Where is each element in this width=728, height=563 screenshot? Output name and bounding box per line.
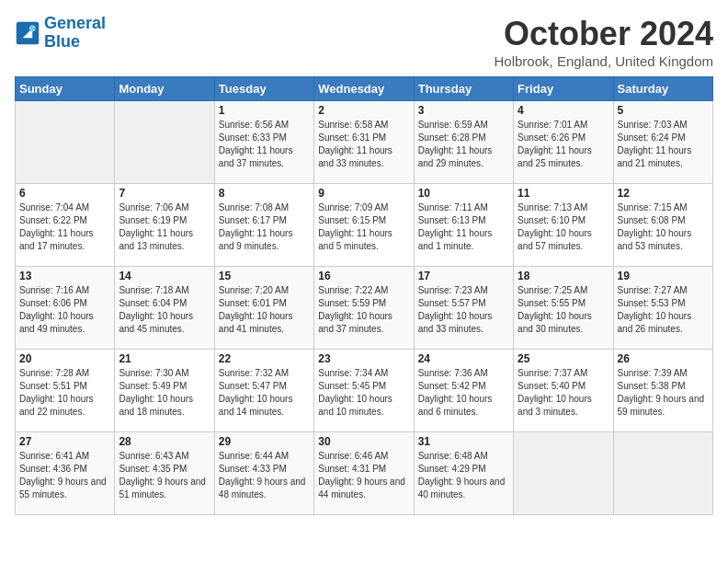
calendar-cell: 11Sunrise: 7:13 AM Sunset: 6:10 PM Dayli… <box>514 184 613 267</box>
calendar-cell: 19Sunrise: 7:27 AM Sunset: 5:53 PM Dayli… <box>613 267 712 350</box>
calendar-cell: 2Sunrise: 6:58 AM Sunset: 6:31 PM Daylig… <box>314 101 414 184</box>
calendar-cell: 30Sunrise: 6:46 AM Sunset: 4:31 PM Dayli… <box>314 432 414 515</box>
day-number: 6 <box>19 187 110 200</box>
calendar-cell: 1Sunrise: 6:56 AM Sunset: 6:33 PM Daylig… <box>214 101 313 184</box>
logo-line2: Blue <box>44 32 80 51</box>
day-info: Sunrise: 7:32 AM Sunset: 5:47 PM Dayligh… <box>219 367 310 419</box>
day-info: Sunrise: 7:09 AM Sunset: 6:15 PM Dayligh… <box>318 201 409 253</box>
day-number: 4 <box>518 104 609 117</box>
calendar-cell: 16Sunrise: 7:22 AM Sunset: 5:59 PM Dayli… <box>314 267 414 350</box>
day-number: 31 <box>418 435 509 448</box>
calendar-cell: 12Sunrise: 7:15 AM Sunset: 6:08 PM Dayli… <box>613 184 712 267</box>
day-number: 15 <box>219 270 310 282</box>
calendar-cell: 24Sunrise: 7:36 AM Sunset: 5:42 PM Dayli… <box>414 350 513 432</box>
day-info: Sunrise: 7:16 AM Sunset: 6:06 PM Dayligh… <box>19 284 110 336</box>
location-subtitle: Holbrook, England, United Kingdom <box>495 53 713 69</box>
day-info: Sunrise: 7:36 AM Sunset: 5:42 PM Dayligh… <box>418 367 509 419</box>
calendar-header: SundayMondayTuesdayWednesdayThursdayFrid… <box>16 77 713 101</box>
day-number: 14 <box>119 270 210 282</box>
day-number: 9 <box>318 187 409 200</box>
day-number: 24 <box>418 352 509 365</box>
day-number: 19 <box>618 270 709 282</box>
calendar-cell: 13Sunrise: 7:16 AM Sunset: 6:06 PM Dayli… <box>16 267 115 350</box>
weekday-header: Friday <box>514 77 613 101</box>
calendar-week-row: 13Sunrise: 7:16 AM Sunset: 6:06 PM Dayli… <box>16 267 713 350</box>
logo-line1: General <box>44 14 106 32</box>
weekday-header: Sunday <box>16 77 115 101</box>
calendar-cell: 10Sunrise: 7:11 AM Sunset: 6:13 PM Dayli… <box>414 184 513 267</box>
calendar-cell: 22Sunrise: 7:32 AM Sunset: 5:47 PM Dayli… <box>214 350 313 432</box>
weekday-header: Tuesday <box>214 77 313 101</box>
calendar-cell: 15Sunrise: 7:20 AM Sunset: 6:01 PM Dayli… <box>214 267 313 350</box>
day-info: Sunrise: 7:23 AM Sunset: 5:57 PM Dayligh… <box>418 284 509 336</box>
weekday-header: Monday <box>115 77 214 101</box>
day-number: 8 <box>219 187 310 200</box>
day-info: Sunrise: 7:08 AM Sunset: 6:17 PM Dayligh… <box>219 201 310 253</box>
day-number: 5 <box>618 104 709 117</box>
day-number: 28 <box>119 435 210 448</box>
weekday-header: Saturday <box>613 77 712 101</box>
day-info: Sunrise: 7:04 AM Sunset: 6:22 PM Dayligh… <box>19 201 110 253</box>
day-number: 2 <box>318 104 409 117</box>
day-info: Sunrise: 7:06 AM Sunset: 6:19 PM Dayligh… <box>119 201 210 253</box>
day-number: 27 <box>19 435 110 448</box>
weekday-header: Wednesday <box>314 77 414 101</box>
day-info: Sunrise: 7:03 AM Sunset: 6:24 PM Dayligh… <box>618 119 709 170</box>
day-info: Sunrise: 6:46 AM Sunset: 4:31 PM Dayligh… <box>318 450 409 501</box>
day-info: Sunrise: 7:18 AM Sunset: 6:04 PM Dayligh… <box>119 284 210 336</box>
calendar-cell: 18Sunrise: 7:25 AM Sunset: 5:55 PM Dayli… <box>514 267 613 350</box>
calendar-week-row: 1Sunrise: 6:56 AM Sunset: 6:33 PM Daylig… <box>16 101 713 184</box>
day-info: Sunrise: 6:43 AM Sunset: 4:35 PM Dayligh… <box>119 450 210 501</box>
day-number: 11 <box>518 187 609 200</box>
day-number: 18 <box>518 270 609 282</box>
day-number: 3 <box>418 104 509 117</box>
calendar-cell: 6Sunrise: 7:04 AM Sunset: 6:22 PM Daylig… <box>16 184 115 267</box>
calendar-cell: 25Sunrise: 7:37 AM Sunset: 5:40 PM Dayli… <box>514 350 613 432</box>
calendar-cell: 14Sunrise: 7:18 AM Sunset: 6:04 PM Dayli… <box>115 267 214 350</box>
day-number: 17 <box>418 270 509 282</box>
day-number: 7 <box>119 187 210 200</box>
calendar-cell <box>16 101 115 184</box>
calendar-week-row: 6Sunrise: 7:04 AM Sunset: 6:22 PM Daylig… <box>16 184 713 267</box>
title-block: October 2024 Holbrook, England, United K… <box>495 15 713 69</box>
calendar-cell <box>514 432 613 515</box>
calendar-cell: 23Sunrise: 7:34 AM Sunset: 5:45 PM Dayli… <box>314 350 414 432</box>
day-info: Sunrise: 7:13 AM Sunset: 6:10 PM Dayligh… <box>518 201 609 253</box>
calendar-cell <box>115 101 214 184</box>
calendar-cell: 21Sunrise: 7:30 AM Sunset: 5:49 PM Dayli… <box>115 350 214 432</box>
weekday-header: Thursday <box>414 77 513 101</box>
day-info: Sunrise: 7:39 AM Sunset: 5:38 PM Dayligh… <box>618 367 709 419</box>
day-info: Sunrise: 7:27 AM Sunset: 5:53 PM Dayligh… <box>618 284 709 336</box>
day-number: 22 <box>219 352 310 365</box>
calendar-cell: 8Sunrise: 7:08 AM Sunset: 6:17 PM Daylig… <box>214 184 313 267</box>
day-number: 23 <box>318 352 409 365</box>
day-info: Sunrise: 6:59 AM Sunset: 6:28 PM Dayligh… <box>418 119 509 170</box>
day-info: Sunrise: 7:28 AM Sunset: 5:51 PM Dayligh… <box>19 367 110 419</box>
calendar-cell: 28Sunrise: 6:43 AM Sunset: 4:35 PM Dayli… <box>115 432 214 515</box>
calendar-cell: 20Sunrise: 7:28 AM Sunset: 5:51 PM Dayli… <box>16 350 115 432</box>
calendar-cell: 31Sunrise: 6:48 AM Sunset: 4:29 PM Dayli… <box>414 432 513 515</box>
month-title: October 2024 <box>495 15 713 53</box>
day-info: Sunrise: 6:41 AM Sunset: 4:36 PM Dayligh… <box>19 450 110 501</box>
calendar-cell: 29Sunrise: 6:44 AM Sunset: 4:33 PM Dayli… <box>214 432 313 515</box>
day-number: 1 <box>219 104 310 117</box>
day-info: Sunrise: 7:34 AM Sunset: 5:45 PM Dayligh… <box>318 367 409 419</box>
day-number: 13 <box>19 270 110 282</box>
day-info: Sunrise: 6:58 AM Sunset: 6:31 PM Dayligh… <box>318 119 409 170</box>
day-number: 20 <box>19 352 110 365</box>
calendar-body: 1Sunrise: 6:56 AM Sunset: 6:33 PM Daylig… <box>16 101 713 515</box>
calendar-week-row: 27Sunrise: 6:41 AM Sunset: 4:36 PM Dayli… <box>16 432 713 515</box>
day-info: Sunrise: 7:30 AM Sunset: 5:49 PM Dayligh… <box>119 367 210 419</box>
day-info: Sunrise: 6:56 AM Sunset: 6:33 PM Dayligh… <box>219 119 310 170</box>
day-info: Sunrise: 7:25 AM Sunset: 5:55 PM Dayligh… <box>518 284 609 336</box>
day-info: Sunrise: 7:20 AM Sunset: 6:01 PM Dayligh… <box>219 284 310 336</box>
day-number: 30 <box>318 435 409 448</box>
logo: General Blue <box>15 15 106 52</box>
calendar-cell: 26Sunrise: 7:39 AM Sunset: 5:38 PM Dayli… <box>613 350 712 432</box>
calendar-cell: 27Sunrise: 6:41 AM Sunset: 4:36 PM Dayli… <box>16 432 115 515</box>
calendar-cell: 17Sunrise: 7:23 AM Sunset: 5:57 PM Dayli… <box>414 267 513 350</box>
day-info: Sunrise: 6:48 AM Sunset: 4:29 PM Dayligh… <box>418 450 509 501</box>
day-number: 29 <box>219 435 310 448</box>
calendar-cell: 3Sunrise: 6:59 AM Sunset: 6:28 PM Daylig… <box>414 101 513 184</box>
weekday-row: SundayMondayTuesdayWednesdayThursdayFrid… <box>16 77 713 101</box>
